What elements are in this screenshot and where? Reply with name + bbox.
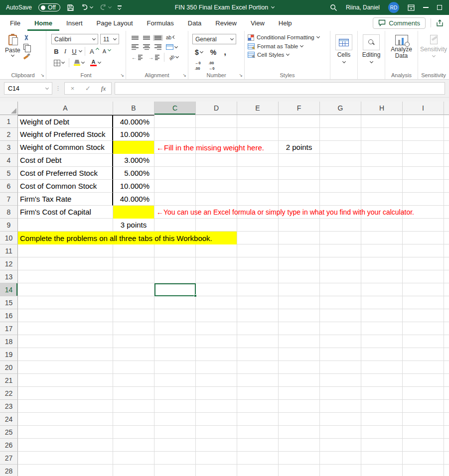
column-header-F[interactable]: F (279, 102, 320, 115)
row-header-7[interactable]: 7 (0, 193, 18, 206)
increase-font-size-button[interactable]: A (88, 47, 100, 56)
font-name-select[interactable]: Calibri (51, 34, 98, 44)
font-color-button[interactable]: A (89, 59, 102, 67)
cell-D27[interactable] (196, 452, 237, 465)
cell-F20[interactable] (279, 361, 320, 374)
clipboard-dialog-launcher[interactable]: ↘ (40, 73, 44, 78)
cell-A5[interactable]: Cost of Preferred Stock (18, 167, 113, 180)
cell-B21[interactable] (113, 374, 154, 387)
cell-F21[interactable] (279, 374, 320, 387)
cell-G27[interactable] (320, 452, 361, 465)
cell-F18[interactable] (279, 335, 320, 348)
cell-F9[interactable] (279, 219, 320, 232)
cell-F14[interactable] (279, 283, 320, 296)
cell-F2[interactable] (279, 128, 320, 141)
cell-C11[interactable] (154, 244, 196, 257)
cell-H17[interactable] (361, 322, 403, 335)
cell-H13[interactable] (361, 270, 403, 283)
cell-A17[interactable] (18, 322, 113, 335)
cell-E20[interactable] (237, 361, 279, 374)
cell-F26[interactable] (279, 439, 320, 452)
enter-button[interactable]: ✓ (80, 83, 96, 94)
cell-I4[interactable] (403, 154, 444, 167)
cell-C13[interactable] (154, 270, 196, 283)
cell-A11[interactable] (18, 244, 113, 257)
cell-A19[interactable] (18, 348, 113, 361)
cell-D2[interactable] (196, 128, 237, 141)
row-header-13[interactable]: 13 (0, 270, 18, 283)
cell-B28[interactable] (113, 465, 154, 476)
cell-C15[interactable] (154, 296, 196, 309)
row-header-6[interactable]: 6 (0, 180, 18, 193)
cell-D12[interactable] (196, 257, 237, 270)
redo-button[interactable] (99, 4, 111, 11)
cell-H10[interactable] (361, 232, 403, 244)
cell-D13[interactable] (196, 270, 237, 283)
cell-C27[interactable] (154, 452, 196, 465)
cell-B5[interactable]: 5.000% (113, 167, 154, 180)
cell-H18[interactable] (361, 335, 403, 348)
cell-D5[interactable] (196, 167, 237, 180)
cell-F24[interactable] (279, 413, 320, 426)
cell-C17[interactable] (154, 322, 196, 335)
cell-F13[interactable] (279, 270, 320, 283)
cell-F22[interactable] (279, 387, 320, 400)
column-header-G[interactable]: G (320, 102, 361, 115)
cell-A2[interactable]: Weight of Preferred Stock (18, 128, 113, 141)
cell-H25[interactable] (361, 426, 403, 439)
cell-E2[interactable] (237, 128, 279, 141)
cell-F15[interactable] (279, 296, 320, 309)
insert-function-button[interactable]: fx (96, 83, 111, 94)
cell-I22[interactable] (403, 387, 444, 400)
maximize-button[interactable] (437, 5, 442, 10)
cell-G14[interactable] (320, 283, 361, 296)
cell-C7[interactable] (154, 193, 196, 206)
alignment-dialog-launcher[interactable]: ↘ (182, 73, 186, 78)
tab-formulas[interactable]: Formulas (140, 15, 181, 31)
quick-access-toolbar-menu[interactable] (118, 5, 122, 9)
share-button[interactable] (436, 19, 444, 27)
cell-E15[interactable] (237, 296, 279, 309)
cell-G4[interactable] (320, 154, 361, 167)
cell-G11[interactable] (320, 244, 361, 257)
cell-C1[interactable] (154, 115, 196, 128)
fill-handle[interactable] (194, 294, 197, 297)
cell-B22[interactable] (113, 387, 154, 400)
column-header-H[interactable]: H (361, 102, 403, 115)
column-header-D[interactable]: D (196, 102, 237, 115)
cell-E9[interactable] (237, 219, 279, 232)
column-header-I[interactable]: I (403, 102, 444, 115)
cell-D18[interactable] (196, 335, 237, 348)
tab-file[interactable]: File (3, 15, 27, 31)
cell-H9[interactable] (361, 219, 403, 232)
analyze-data-icon[interactable] (395, 35, 408, 45)
align-right-button[interactable] (153, 43, 163, 51)
cell-H12[interactable] (361, 257, 403, 270)
cell-A26[interactable] (18, 439, 113, 452)
cell-A27[interactable] (18, 452, 113, 465)
cell-F11[interactable] (279, 244, 320, 257)
row-header-28[interactable]: 28 (0, 465, 18, 476)
user-name[interactable]: Riina, Daniel (346, 4, 380, 11)
cell-D9[interactable] (196, 219, 237, 232)
center-button[interactable] (142, 43, 151, 51)
cell-G26[interactable] (320, 439, 361, 452)
cell-A24[interactable] (18, 413, 113, 426)
cell-G5[interactable] (320, 167, 361, 180)
cells-button[interactable] (335, 34, 352, 50)
row-header-1[interactable]: 1 (0, 115, 18, 128)
cell-D16[interactable] (196, 309, 237, 322)
cell-H2[interactable] (361, 128, 403, 141)
cell-G20[interactable] (320, 361, 361, 374)
italic-button[interactable]: I (61, 46, 69, 56)
column-header-E[interactable]: E (237, 102, 279, 115)
cell-B15[interactable] (113, 296, 154, 309)
autosave-toggle[interactable]: Off (38, 3, 60, 11)
cell-styles-button[interactable]: Cell Styles (248, 52, 328, 58)
cell-F19[interactable] (279, 348, 320, 361)
tab-data[interactable]: Data (181, 15, 208, 31)
cell-B11[interactable] (113, 244, 154, 257)
cell-G13[interactable] (320, 270, 361, 283)
column-header-A[interactable]: A (18, 102, 113, 115)
cell-C22[interactable] (154, 387, 196, 400)
